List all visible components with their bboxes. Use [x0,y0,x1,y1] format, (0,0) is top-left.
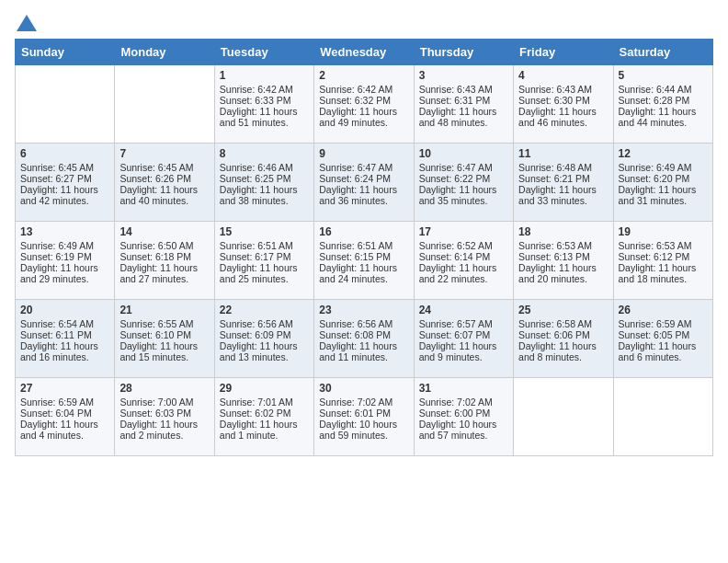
day-number: 21 [119,304,209,316]
day-number: 2 [319,69,408,82]
daylight-text: Daylight: 11 hours and 49 minutes. [319,106,408,128]
sunset-text: Sunset: 6:15 PM [319,251,408,262]
sunrise-text: Sunrise: 6:51 AM [319,240,408,251]
day-number: 23 [319,304,408,316]
sunrise-text: Sunrise: 7:02 AM [319,396,408,408]
daylight-text: Daylight: 11 hours and 25 minutes. [220,262,309,284]
day-number: 13 [20,225,109,238]
sunset-text: Sunset: 6:19 PM [20,251,109,262]
day-number: 24 [419,304,508,316]
sunrise-text: Sunrise: 6:43 AM [419,84,508,95]
daylight-text: Daylight: 11 hours and 16 minutes. [20,340,109,362]
day-number: 5 [619,69,708,82]
sunrise-text: Sunrise: 6:53 AM [619,240,708,251]
daylight-text: Daylight: 11 hours and 9 minutes. [419,340,508,362]
day-number: 17 [419,225,508,238]
logo [15,15,37,28]
sunset-text: Sunset: 6:31 PM [419,95,508,106]
day-number: 16 [319,225,408,238]
daylight-text: Daylight: 11 hours and 46 minutes. [518,106,608,128]
day-number: 18 [518,225,608,238]
sunrise-text: Sunrise: 6:45 AM [20,162,109,173]
calendar-cell [514,378,613,456]
calendar-cell [613,378,712,456]
calendar-cell: 8Sunrise: 6:46 AMSunset: 6:25 PMDaylight… [214,144,313,222]
daylight-text: Daylight: 11 hours and 35 minutes. [419,184,508,206]
sunrise-text: Sunrise: 6:49 AM [619,162,708,173]
calendar-cell: 20Sunrise: 6:54 AMSunset: 6:11 PMDayligh… [16,300,115,378]
sunrise-text: Sunrise: 6:59 AM [619,318,708,329]
sunrise-text: Sunrise: 6:42 AM [220,84,309,95]
calendar-cell: 18Sunrise: 6:53 AMSunset: 6:13 PMDayligh… [514,222,613,300]
sunrise-text: Sunrise: 6:54 AM [20,318,109,329]
sunset-text: Sunset: 6:17 PM [220,251,309,262]
daylight-text: Daylight: 11 hours and 8 minutes. [518,340,608,362]
calendar-cell: 16Sunrise: 6:51 AMSunset: 6:15 PMDayligh… [314,222,414,300]
calendar-cell: 17Sunrise: 6:52 AMSunset: 6:14 PMDayligh… [414,222,513,300]
calendar-cell: 19Sunrise: 6:53 AMSunset: 6:12 PMDayligh… [613,222,712,300]
calendar-cell: 3Sunrise: 6:43 AMSunset: 6:31 PMDaylight… [414,65,513,144]
calendar-cell: 7Sunrise: 6:45 AMSunset: 6:26 PMDaylight… [115,144,214,222]
sunset-text: Sunset: 6:28 PM [619,95,708,106]
daylight-text: Daylight: 11 hours and 42 minutes. [20,184,109,206]
sunset-text: Sunset: 6:10 PM [119,329,209,340]
sunset-text: Sunset: 6:08 PM [319,329,408,340]
calendar-cell: 25Sunrise: 6:58 AMSunset: 6:06 PMDayligh… [514,300,613,378]
daylight-text: Daylight: 11 hours and 36 minutes. [319,184,408,206]
daylight-text: Daylight: 11 hours and 51 minutes. [220,106,309,128]
sunrise-text: Sunrise: 6:43 AM [518,84,608,95]
daylight-text: Daylight: 11 hours and 33 minutes. [518,184,608,206]
day-number: 7 [119,147,209,160]
day-number: 28 [119,382,209,395]
day-number: 31 [419,382,508,395]
daylight-text: Daylight: 11 hours and 44 minutes. [619,106,708,128]
calendar-week-row: 13Sunrise: 6:49 AMSunset: 6:19 PMDayligh… [16,222,713,300]
day-number: 19 [619,225,708,238]
sunrise-text: Sunrise: 6:58 AM [518,318,608,329]
sunset-text: Sunset: 6:26 PM [119,173,209,184]
weekday-header: Saturday [613,40,712,65]
sunrise-text: Sunrise: 7:01 AM [220,396,309,408]
calendar-cell: 9Sunrise: 6:47 AMSunset: 6:24 PMDaylight… [314,144,414,222]
calendar-cell [16,65,115,144]
calendar-week-row: 6Sunrise: 6:45 AMSunset: 6:27 PMDaylight… [16,144,713,222]
sunset-text: Sunset: 6:32 PM [319,95,408,106]
calendar-week-row: 1Sunrise: 6:42 AMSunset: 6:33 PMDaylight… [16,65,713,144]
weekday-header: Thursday [414,40,513,65]
logo-icon [17,15,37,31]
sunrise-text: Sunrise: 6:55 AM [119,318,209,329]
sunrise-text: Sunrise: 6:52 AM [419,240,508,251]
day-number: 29 [220,382,309,395]
sunrise-text: Sunrise: 6:46 AM [220,162,309,173]
day-number: 8 [220,147,309,160]
sunset-text: Sunset: 6:04 PM [20,408,109,419]
calendar-cell: 26Sunrise: 6:59 AMSunset: 6:05 PMDayligh… [613,300,712,378]
sunset-text: Sunset: 6:24 PM [319,173,408,184]
sunset-text: Sunset: 6:11 PM [20,329,109,340]
sunrise-text: Sunrise: 7:00 AM [119,396,209,408]
day-number: 14 [119,225,209,238]
sunrise-text: Sunrise: 6:42 AM [319,84,408,95]
calendar-cell: 6Sunrise: 6:45 AMSunset: 6:27 PMDaylight… [16,144,115,222]
day-number: 15 [220,225,309,238]
weekday-header: Tuesday [214,40,313,65]
calendar-cell: 31Sunrise: 7:02 AMSunset: 6:00 PMDayligh… [414,378,513,456]
calendar-cell: 24Sunrise: 6:57 AMSunset: 6:07 PMDayligh… [414,300,513,378]
sunset-text: Sunset: 6:13 PM [518,251,608,262]
calendar-cell [115,65,214,144]
sunset-text: Sunset: 6:18 PM [119,251,209,262]
daylight-text: Daylight: 11 hours and 22 minutes. [419,262,508,284]
daylight-text: Daylight: 11 hours and 29 minutes. [20,262,109,284]
header-row: SundayMondayTuesdayWednesdayThursdayFrid… [16,40,713,65]
day-number: 11 [518,147,608,160]
day-number: 9 [319,147,408,160]
daylight-text: Daylight: 11 hours and 11 minutes. [319,340,408,362]
sunset-text: Sunset: 6:12 PM [619,251,708,262]
calendar-cell: 4Sunrise: 6:43 AMSunset: 6:30 PMDaylight… [514,65,613,144]
day-number: 1 [220,69,309,82]
calendar-cell: 13Sunrise: 6:49 AMSunset: 6:19 PMDayligh… [16,222,115,300]
sunset-text: Sunset: 6:22 PM [419,173,508,184]
sunrise-text: Sunrise: 6:57 AM [419,318,508,329]
calendar-week-row: 20Sunrise: 6:54 AMSunset: 6:11 PMDayligh… [16,300,713,378]
sunset-text: Sunset: 6:09 PM [220,329,309,340]
